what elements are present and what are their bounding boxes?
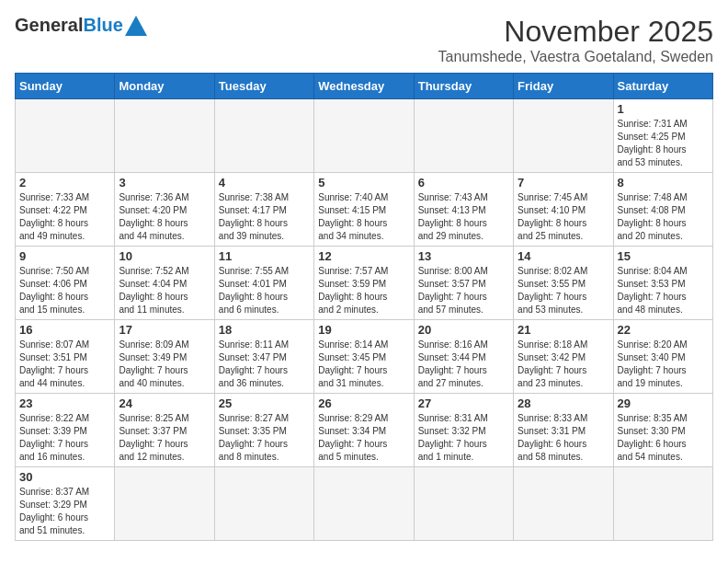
day-number: 13 [418, 249, 509, 263]
day-number: 25 [219, 396, 310, 410]
day-info: Sunrise: 7:57 AM Sunset: 3:59 PM Dayligh… [318, 265, 409, 316]
day-info: Sunrise: 8:02 AM Sunset: 3:55 PM Dayligh… [518, 265, 609, 316]
table-row: 2Sunrise: 7:33 AM Sunset: 4:22 PM Daylig… [16, 173, 115, 247]
table-row [613, 467, 712, 541]
day-number: 16 [19, 323, 110, 337]
table-row: 6Sunrise: 7:43 AM Sunset: 4:13 PM Daylig… [414, 173, 513, 247]
table-row [414, 467, 513, 541]
day-number: 9 [19, 249, 110, 263]
day-info: Sunrise: 8:09 AM Sunset: 3:49 PM Dayligh… [119, 339, 210, 390]
table-row: 8Sunrise: 7:48 AM Sunset: 4:08 PM Daylig… [613, 173, 712, 247]
table-row: 5Sunrise: 7:40 AM Sunset: 4:15 PM Daylig… [314, 173, 414, 247]
table-row [115, 99, 214, 173]
month-title: November 2025 [438, 15, 713, 49]
day-info: Sunrise: 8:27 AM Sunset: 3:35 PM Dayligh… [219, 412, 310, 464]
table-row [214, 467, 313, 541]
table-row: 25Sunrise: 8:27 AM Sunset: 3:35 PM Dayli… [214, 394, 313, 467]
day-info: Sunrise: 8:07 AM Sunset: 3:51 PM Dayligh… [19, 339, 110, 390]
day-number: 14 [518, 249, 609, 263]
day-info: Sunrise: 8:00 AM Sunset: 3:57 PM Dayligh… [418, 265, 509, 316]
day-info: Sunrise: 7:38 AM Sunset: 4:17 PM Dayligh… [219, 191, 310, 243]
day-number: 29 [618, 396, 709, 410]
table-row: 22Sunrise: 8:20 AM Sunset: 3:40 PM Dayli… [613, 320, 712, 394]
day-number: 8 [618, 176, 709, 190]
day-number: 2 [19, 176, 110, 190]
table-row: 16Sunrise: 8:07 AM Sunset: 3:51 PM Dayli… [16, 320, 115, 394]
day-number: 5 [318, 176, 409, 190]
table-row: 3Sunrise: 7:36 AM Sunset: 4:20 PM Daylig… [115, 173, 214, 247]
day-number: 17 [119, 323, 210, 337]
day-info: Sunrise: 7:31 AM Sunset: 4:25 PM Dayligh… [618, 118, 709, 169]
day-info: Sunrise: 7:36 AM Sunset: 4:20 PM Dayligh… [119, 191, 210, 243]
header-thursday: Thursday [414, 74, 513, 99]
header-tuesday: Tuesday [214, 74, 313, 99]
day-number: 26 [318, 396, 409, 410]
table-row: 21Sunrise: 8:18 AM Sunset: 3:42 PM Dayli… [514, 320, 613, 394]
logo-blue-text: Blue [83, 15, 122, 36]
day-number: 21 [518, 323, 609, 337]
day-info: Sunrise: 8:18 AM Sunset: 3:42 PM Dayligh… [518, 339, 609, 390]
day-number: 11 [219, 249, 310, 263]
table-row: 24Sunrise: 8:25 AM Sunset: 3:37 PM Dayli… [115, 394, 214, 467]
day-number: 12 [318, 249, 409, 263]
table-row: 9Sunrise: 7:50 AM Sunset: 4:06 PM Daylig… [16, 247, 115, 320]
table-row: 4Sunrise: 7:38 AM Sunset: 4:17 PM Daylig… [214, 173, 313, 247]
day-info: Sunrise: 8:29 AM Sunset: 3:34 PM Dayligh… [318, 412, 409, 464]
header-sunday: Sunday [16, 74, 115, 99]
day-info: Sunrise: 7:43 AM Sunset: 4:13 PM Dayligh… [418, 191, 509, 243]
table-row: 13Sunrise: 8:00 AM Sunset: 3:57 PM Dayli… [414, 247, 513, 320]
table-row [214, 99, 313, 173]
day-info: Sunrise: 7:33 AM Sunset: 4:22 PM Dayligh… [19, 191, 110, 243]
table-row: 12Sunrise: 7:57 AM Sunset: 3:59 PM Dayli… [314, 247, 414, 320]
day-number: 3 [119, 176, 210, 190]
day-number: 4 [219, 176, 310, 190]
day-info: Sunrise: 7:50 AM Sunset: 4:06 PM Dayligh… [19, 265, 110, 316]
table-row: 18Sunrise: 8:11 AM Sunset: 3:47 PM Dayli… [214, 320, 313, 394]
day-info: Sunrise: 7:48 AM Sunset: 4:08 PM Dayligh… [618, 191, 709, 243]
calendar-table: Sunday Monday Tuesday Wednesday Thursday… [15, 73, 713, 541]
table-row: 17Sunrise: 8:09 AM Sunset: 3:49 PM Dayli… [115, 320, 214, 394]
day-info: Sunrise: 8:04 AM Sunset: 3:53 PM Dayligh… [618, 265, 709, 316]
day-info: Sunrise: 7:52 AM Sunset: 4:04 PM Dayligh… [119, 265, 210, 316]
day-info: Sunrise: 8:31 AM Sunset: 3:32 PM Dayligh… [418, 412, 509, 464]
header-wednesday: Wednesday [314, 74, 414, 99]
day-number: 19 [318, 323, 409, 337]
table-row: 11Sunrise: 7:55 AM Sunset: 4:01 PM Dayli… [214, 247, 313, 320]
day-number: 15 [618, 249, 709, 263]
day-info: Sunrise: 7:55 AM Sunset: 4:01 PM Dayligh… [219, 265, 310, 316]
day-number: 7 [518, 176, 609, 190]
table-row: 14Sunrise: 8:02 AM Sunset: 3:55 PM Dayli… [514, 247, 613, 320]
table-row: 1Sunrise: 7:31 AM Sunset: 4:25 PM Daylig… [613, 99, 712, 173]
table-row [16, 99, 115, 173]
day-info: Sunrise: 8:35 AM Sunset: 3:30 PM Dayligh… [618, 412, 709, 464]
table-row [314, 467, 414, 541]
table-row [514, 467, 613, 541]
location-title: Tanumshede, Vaestra Goetaland, Sweden [438, 49, 713, 65]
table-row: 26Sunrise: 8:29 AM Sunset: 3:34 PM Dayli… [314, 394, 414, 467]
table-row: 19Sunrise: 8:14 AM Sunset: 3:45 PM Dayli… [314, 320, 414, 394]
table-row [314, 99, 414, 173]
header-friday: Friday [514, 74, 613, 99]
table-row: 15Sunrise: 8:04 AM Sunset: 3:53 PM Dayli… [613, 247, 712, 320]
table-row [514, 99, 613, 173]
page-header: General Blue November 2025 Tanumshede, V… [15, 15, 713, 65]
logo-general-text: General [15, 15, 83, 36]
day-number: 23 [19, 396, 110, 410]
day-number: 10 [119, 249, 210, 263]
logo-triangle-icon [125, 16, 147, 36]
day-info: Sunrise: 8:37 AM Sunset: 3:29 PM Dayligh… [19, 486, 110, 537]
title-area: November 2025 Tanumshede, Vaestra Goetal… [438, 15, 713, 65]
day-info: Sunrise: 8:25 AM Sunset: 3:37 PM Dayligh… [119, 412, 210, 464]
day-info: Sunrise: 8:14 AM Sunset: 3:45 PM Dayligh… [318, 339, 409, 390]
day-number: 20 [418, 323, 509, 337]
day-number: 1 [618, 102, 709, 116]
day-info: Sunrise: 7:40 AM Sunset: 4:15 PM Dayligh… [318, 191, 409, 243]
header-monday: Monday [115, 74, 214, 99]
table-row: 10Sunrise: 7:52 AM Sunset: 4:04 PM Dayli… [115, 247, 214, 320]
header-saturday: Saturday [613, 74, 712, 99]
logo: General Blue [15, 15, 147, 36]
table-row: 30Sunrise: 8:37 AM Sunset: 3:29 PM Dayli… [16, 467, 115, 541]
table-row: 29Sunrise: 8:35 AM Sunset: 3:30 PM Dayli… [613, 394, 712, 467]
day-info: Sunrise: 8:22 AM Sunset: 3:39 PM Dayligh… [19, 412, 110, 464]
table-row [414, 99, 513, 173]
